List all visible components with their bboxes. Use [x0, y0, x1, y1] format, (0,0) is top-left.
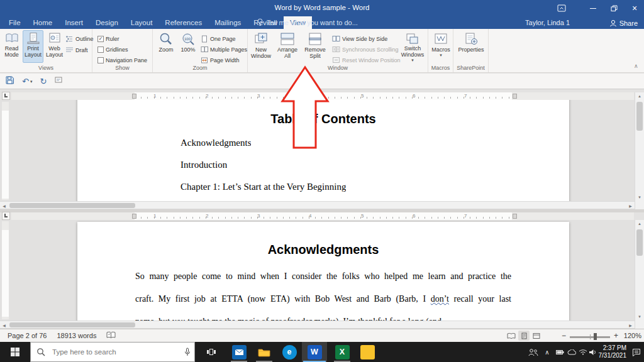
- close-button[interactable]: ×: [625, 0, 644, 16]
- start-button[interactable]: [0, 342, 30, 362]
- multiple-pages-button[interactable]: Multiple Pages: [201, 45, 247, 54]
- switch-windows-button[interactable]: Switch Windows ▾: [399, 30, 426, 63]
- left-indent-marker[interactable]: [132, 94, 136, 99]
- tab-design[interactable]: Design: [89, 16, 125, 29]
- page-width-button[interactable]: Page Width: [201, 55, 240, 65]
- redo-button[interactable]: ↻: [40, 75, 47, 87]
- scrollbar-thumb[interactable]: [9, 203, 135, 208]
- outline-button[interactable]: Outline: [65, 34, 94, 43]
- read-mode-view-button[interactable]: [506, 331, 517, 341]
- horizontal-scrollbar-bottom[interactable]: ◀ ▶: [0, 321, 635, 329]
- ribbon-display-options-button[interactable]: [553, 0, 570, 16]
- share-button[interactable]: Share: [609, 18, 638, 28]
- zoom-in-button[interactable]: +: [614, 331, 618, 340]
- scroll-down-arrow[interactable]: ▼: [635, 313, 644, 321]
- doc-heading-acknowledgments[interactable]: Acknowledgments: [135, 243, 511, 257]
- taskbar-app-outlook[interactable]: [226, 342, 252, 362]
- web-layout-view-button[interactable]: [531, 331, 542, 341]
- scroll-right-arrow[interactable]: ▶: [626, 202, 635, 209]
- customize-qat-button[interactable]: [54, 75, 63, 87]
- tab-file[interactable]: File: [3, 16, 27, 29]
- zoom-percentage[interactable]: 120%: [621, 332, 641, 339]
- read-mode-button[interactable]: Read Mode: [2, 30, 21, 63]
- scroll-left-arrow[interactable]: ◀: [0, 321, 8, 329]
- zoom-out-button[interactable]: −: [562, 331, 566, 340]
- view-side-by-side-button[interactable]: View Side by Side: [332, 34, 387, 43]
- scrollbar-thumb[interactable]: [636, 102, 643, 131]
- one-page-button[interactable]: One Page: [201, 34, 236, 43]
- tab-selector[interactable]: [2, 92, 10, 100]
- scrollbar-thumb[interactable]: [9, 322, 135, 327]
- undo-button[interactable]: ↶ ▾: [22, 77, 32, 85]
- scroll-left-arrow[interactable]: ◀: [0, 202, 8, 209]
- doc-heading-toc[interactable]: Table of Contents: [135, 112, 511, 126]
- body-line[interactable]: craft. My first job at ETTA (now ETA) wi…: [135, 294, 511, 306]
- zoom-button[interactable]: Zoom: [155, 30, 177, 63]
- tab-selector[interactable]: [2, 212, 10, 220]
- onedrive-cloud-icon[interactable]: [566, 342, 577, 362]
- scroll-up-arrow[interactable]: ▲: [635, 220, 644, 228]
- zoom-100-button[interactable]: 100 100%: [178, 30, 198, 63]
- macros-button[interactable]: Macros ▾: [430, 30, 452, 63]
- grammar-flagged-word[interactable]: don’t: [431, 294, 449, 304]
- navigation-pane-checkbox[interactable]: Navigation Pane: [97, 55, 147, 65]
- taskbar-app-word[interactable]: W: [302, 342, 327, 362]
- horizontal-ruler-top[interactable]: 1 2 3 4 5 6 7: [11, 92, 634, 100]
- proofing-status-button[interactable]: [106, 331, 116, 340]
- right-indent-marker[interactable]: [513, 94, 517, 99]
- draft-button[interactable]: Draft: [65, 45, 88, 55]
- tell-me-box[interactable]: Tell me what you want to do...: [257, 18, 358, 26]
- document-pane-bottom[interactable]: Acknowledgments So many people come to m…: [0, 220, 635, 321]
- print-layout-view-button[interactable]: [518, 331, 530, 341]
- horizontal-scrollbar-top[interactable]: ◀ ▶: [0, 201, 635, 209]
- taskbar-app-edge[interactable]: e: [277, 342, 302, 362]
- zoom-slider-thumb[interactable]: [594, 333, 597, 340]
- arrange-all-button[interactable]: Arrange All: [274, 30, 301, 63]
- horizontal-ruler-bottom[interactable]: 1 2 3 4 5 6 7: [11, 212, 634, 220]
- document-pane-top[interactable]: Table of Contents Acknowledgments Introd…: [0, 100, 635, 201]
- account-name[interactable]: Taylor, Linda 1: [525, 19, 570, 26]
- toc-entry[interactable]: Chapter 1: Let’s Start at the Very Begin…: [180, 182, 346, 194]
- scroll-up-arrow[interactable]: ▲: [635, 92, 644, 100]
- toc-entry[interactable]: Introduction: [180, 160, 227, 172]
- tab-references[interactable]: References: [158, 16, 208, 29]
- reset-window-position-button[interactable]: Reset Window Position: [332, 55, 401, 65]
- synchronous-scrolling-button[interactable]: Synchronous Scrolling: [332, 45, 399, 54]
- people-button[interactable]: [526, 342, 541, 362]
- right-indent-marker[interactable]: [513, 214, 517, 219]
- page-indicator[interactable]: Page 2 of 76: [8, 332, 47, 339]
- vertical-scrollbar-bottom[interactable]: ▲ ▼: [635, 220, 644, 321]
- show-hidden-icons-button[interactable]: ∧: [541, 342, 553, 362]
- body-line[interactable]: So many people come to mind when I consi…: [135, 272, 511, 283]
- vertical-scrollbar-top[interactable]: ▲ ▼: [635, 92, 644, 201]
- action-center-button[interactable]: [629, 342, 644, 362]
- web-layout-button[interactable]: Web Layout: [45, 30, 64, 63]
- scrollbar-thumb[interactable]: [636, 229, 643, 256]
- restore-button[interactable]: [604, 0, 623, 16]
- print-layout-button[interactable]: Print Layout: [23, 30, 43, 63]
- scroll-right-arrow[interactable]: ▶: [626, 321, 635, 329]
- task-view-button[interactable]: [200, 342, 223, 362]
- taskbar-search-input[interactable]: [30, 342, 195, 362]
- word-count[interactable]: 18913 words: [57, 332, 96, 339]
- left-indent-marker[interactable]: [132, 214, 136, 219]
- scroll-down-arrow[interactable]: ▼: [635, 194, 644, 201]
- properties-button[interactable]: Properties: [456, 30, 486, 63]
- collapse-ribbon-button[interactable]: ∧: [634, 63, 638, 69]
- battery-status-icon[interactable]: [553, 342, 566, 362]
- save-button[interactable]: [5, 75, 14, 87]
- taskbar-app-sticky-notes[interactable]: [355, 342, 380, 362]
- taskbar-app-excel[interactable]: X: [330, 342, 355, 362]
- tab-mailings[interactable]: Mailings: [208, 16, 247, 29]
- minimize-button[interactable]: [584, 0, 602, 16]
- tab-insert[interactable]: Insert: [58, 16, 89, 29]
- toc-entry[interactable]: Acknowledgments: [180, 138, 251, 150]
- tab-home[interactable]: Home: [27, 16, 59, 29]
- taskbar-app-file-explorer[interactable]: [252, 342, 277, 362]
- microphone-icon[interactable]: [184, 348, 191, 356]
- tab-layout[interactable]: Layout: [125, 16, 159, 29]
- taskbar-clock[interactable]: 2:37 PM 7/31/2021: [596, 344, 626, 359]
- ruler-checkbox[interactable]: ✓ Ruler: [97, 34, 119, 43]
- remove-split-button[interactable]: Remove Split: [302, 30, 328, 63]
- gridlines-checkbox[interactable]: Gridlines: [97, 45, 128, 54]
